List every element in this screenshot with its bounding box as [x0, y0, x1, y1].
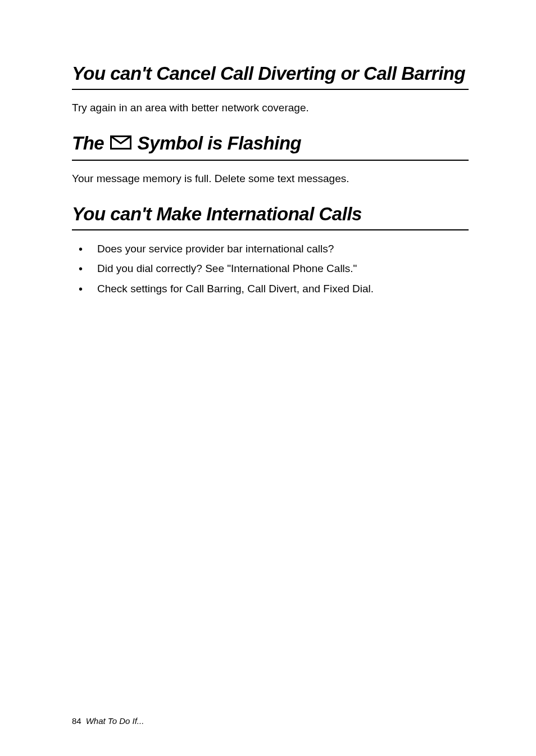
heading-prefix: The — [72, 133, 109, 153]
body-cancel-diverting: Try again in an area with better network… — [72, 100, 469, 116]
envelope-icon — [110, 132, 131, 155]
heading-suffix: Symbol is Flashing — [133, 133, 301, 153]
section-international-calls: You can't Make International Calls Does … — [72, 202, 469, 297]
page-number: 84 — [72, 716, 81, 726]
heading-symbol-flashing: The Symbol is Flashing — [72, 132, 469, 161]
list-item: Does your service provider bar internati… — [72, 241, 469, 257]
footer-section-title: What To Do If... — [86, 716, 144, 726]
section-symbol-flashing: The Symbol is Flashing Your message memo… — [72, 132, 469, 187]
list-item: Check settings for Call Barring, Call Di… — [72, 280, 469, 297]
heading-international-calls: You can't Make International Calls — [72, 202, 469, 230]
bullet-list-international: Does your service provider bar internati… — [72, 241, 469, 297]
heading-cancel-diverting: You can't Cancel Call Diverting or Call … — [72, 62, 469, 90]
body-symbol-flashing: Your message memory is full. Delete some… — [72, 171, 469, 187]
section-cancel-diverting: You can't Cancel Call Diverting or Call … — [72, 62, 469, 116]
list-item: Did you dial correctly? See "Internation… — [72, 260, 469, 277]
page-footer: 84What To Do If... — [72, 716, 144, 726]
